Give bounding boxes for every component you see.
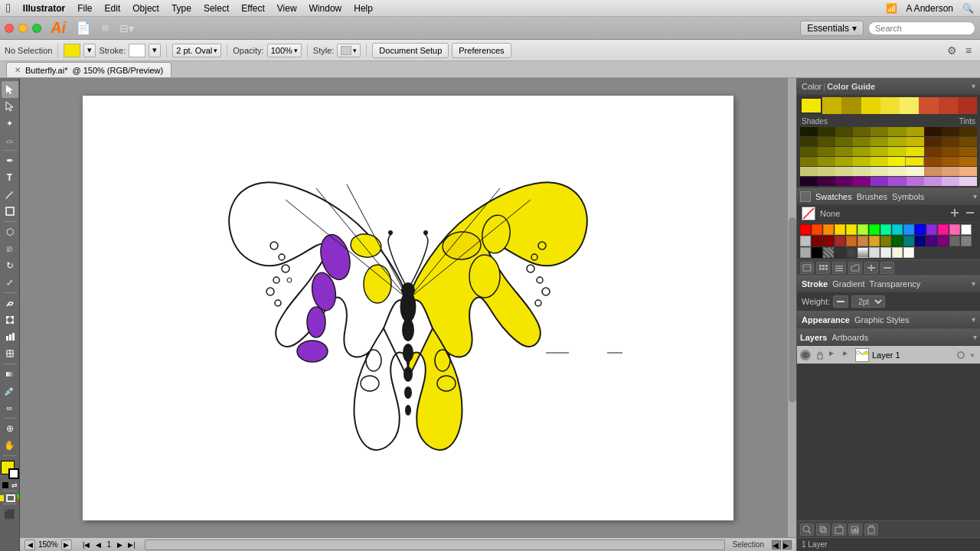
swatch-teal[interactable] — [903, 236, 914, 246]
first-page-button[interactable]: |◀ — [81, 540, 92, 550]
swatches-grid-icon[interactable] — [800, 191, 811, 202]
layers-options-icon[interactable]: ▾ — [973, 333, 977, 341]
eraser-tool[interactable]: ⎚ — [2, 240, 18, 257]
stroke-tab[interactable]: Stroke — [802, 279, 828, 289]
shade-cell[interactable] — [888, 127, 906, 136]
menu-object[interactable]: Object — [132, 3, 159, 14]
swatch-medium-spring-green[interactable] — [880, 224, 891, 235]
style-dropdown[interactable]: ▾ — [337, 44, 361, 57]
search-input[interactable] — [868, 21, 975, 35]
page-navigation[interactable]: |◀ ◀ 1 ▶ ▶| — [81, 540, 138, 550]
swatch-purple[interactable] — [938, 236, 949, 246]
lasso-tool[interactable]: ⌓ — [2, 132, 18, 148]
swatch-blue-violet[interactable] — [926, 224, 937, 235]
swatch-indigo[interactable] — [926, 236, 937, 246]
swatch-folder-icon[interactable] — [848, 262, 862, 274]
status-arrow-right[interactable]: ▶ — [782, 540, 792, 549]
shade-cell[interactable] — [835, 147, 853, 156]
mid-cell[interactable] — [835, 157, 853, 166]
shade-cell[interactable] — [942, 147, 959, 156]
menu-type[interactable]: Type — [172, 3, 191, 14]
shade-cell[interactable] — [871, 127, 888, 136]
vertical-scroll-thumb[interactable] — [789, 217, 796, 403]
minimize-button[interactable] — [18, 24, 28, 33]
color-swatch-4[interactable] — [861, 97, 880, 114]
selection-tool[interactable] — [2, 81, 18, 98]
mid-cell[interactable] — [959, 157, 977, 166]
swatch-yellow-green[interactable] — [858, 224, 868, 235]
mid-cell[interactable] — [800, 157, 818, 166]
arrange-icon[interactable]: ⊞ — [96, 20, 113, 37]
tint-cell[interactable] — [835, 167, 853, 176]
swatch-chocolate[interactable] — [846, 236, 857, 246]
menu-select[interactable]: Select — [204, 3, 229, 14]
swatch-dodger-blue[interactable] — [903, 224, 914, 235]
delete-swatch-icon[interactable] — [965, 207, 975, 220]
purple-cell[interactable] — [800, 177, 818, 186]
graph-tool[interactable] — [2, 328, 18, 345]
add-swatch-icon[interactable] — [949, 207, 960, 220]
magic-wand-tool[interactable]: ✦ — [2, 115, 18, 132]
swatch-orange-red[interactable] — [812, 224, 822, 235]
swatch-special-1[interactable] — [846, 247, 857, 258]
layer-target-icon[interactable] — [957, 351, 965, 359]
shade-cell[interactable] — [959, 127, 977, 136]
document-tab[interactable]: ✕ Butterfly.ai* @ 150% (RGB/Preview) — [6, 62, 172, 77]
tint-cell[interactable] — [959, 167, 977, 176]
swatch-peru[interactable] — [858, 236, 868, 246]
tint-cell[interactable] — [871, 167, 888, 176]
swatch-yellow[interactable] — [846, 224, 857, 235]
menu-view[interactable]: View — [277, 3, 297, 14]
swatch-red[interactable] — [800, 224, 811, 235]
shade-cell[interactable] — [835, 127, 853, 136]
appearance-tab[interactable]: Appearance — [802, 315, 850, 324]
transparency-tab[interactable]: Transparency — [869, 279, 920, 289]
purple-cell[interactable] — [888, 177, 906, 186]
tab-close-icon[interactable]: ✕ — [15, 66, 21, 74]
layer-lock-icon[interactable] — [814, 350, 825, 360]
shade-cell[interactable] — [818, 137, 835, 146]
fill-mode-icon[interactable] — [0, 494, 5, 502]
swatch-green[interactable] — [869, 224, 880, 235]
shade-cell[interactable] — [818, 127, 835, 136]
symbols-tab[interactable]: Symbols — [892, 192, 924, 201]
preferences-button[interactable]: Preferences — [452, 43, 511, 58]
change-screen-mode-icon[interactable]: ⬛ — [2, 506, 18, 523]
swatch-dark-red[interactable] — [823, 236, 834, 246]
shade-cell[interactable] — [924, 127, 942, 136]
new-swatch-button[interactable] — [864, 262, 878, 274]
color-swatch-7[interactable] — [919, 97, 938, 114]
shade-cell[interactable] — [959, 137, 977, 146]
purple-cell[interactable] — [959, 177, 977, 186]
swatch-navy[interactable] — [915, 236, 926, 246]
mid-cell[interactable] — [818, 157, 835, 166]
brushes-tab[interactable]: Brushes — [857, 192, 887, 201]
fill-color-swatch[interactable] — [64, 44, 80, 57]
view-options-icon[interactable]: ⊟▾ — [118, 20, 135, 37]
swatch-brown[interactable] — [835, 236, 845, 246]
swatch-white[interactable] — [961, 224, 972, 235]
swatch-gold[interactable] — [835, 224, 845, 235]
opacity-dropdown[interactable]: 100% ▾ — [267, 44, 302, 57]
active-color-swatch[interactable] — [800, 97, 822, 114]
shade-cell[interactable] — [906, 137, 924, 146]
tint-cell[interactable] — [942, 167, 959, 176]
shade-cell[interactable] — [871, 147, 888, 156]
appearance-options-icon[interactable]: ▾ — [972, 315, 975, 324]
swatch-list-icon[interactable] — [832, 262, 846, 274]
menu-help[interactable]: Help — [354, 3, 373, 14]
pen-tool[interactable]: ✒ — [2, 152, 18, 169]
shade-cell[interactable] — [888, 147, 906, 156]
swatch-dark-green[interactable] — [892, 236, 903, 246]
weight-select[interactable]: 1pt 2pt 4pt — [851, 295, 885, 308]
swap-colors-icon[interactable]: ⇄ — [11, 481, 18, 489]
purple-cell[interactable] — [853, 177, 871, 186]
purple-cell[interactable] — [924, 177, 942, 186]
swatches-options-icon[interactable]: ▾ — [973, 192, 977, 201]
layer-name[interactable]: Layer 1 — [872, 350, 954, 360]
rectangle-tool[interactable] — [2, 203, 18, 220]
default-colors-icon[interactable] — [2, 481, 9, 489]
gradient-tab[interactable]: Gradient — [832, 279, 864, 289]
zoom-control[interactable]: ◀ 150% ▶ — [24, 540, 72, 550]
canvas-area[interactable]: ◀ 150% ▶ |◀ ◀ 1 ▶ ▶| Selection ◀ ▶ — [20, 78, 796, 551]
